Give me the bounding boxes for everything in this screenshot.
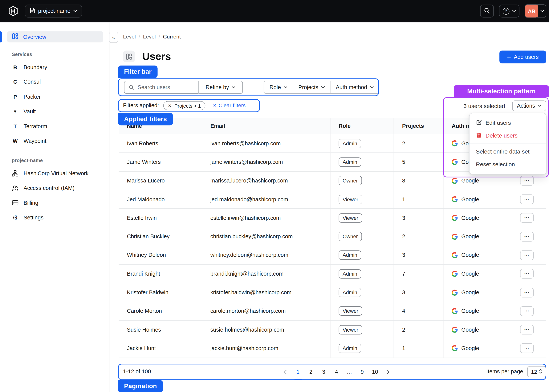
projects-count: 7 xyxy=(394,265,443,283)
projects-count: 3 xyxy=(394,283,443,301)
users-page-icon xyxy=(123,51,135,63)
projects-filter-dropdown[interactable]: Projects xyxy=(292,81,330,93)
role-badge: Admin xyxy=(339,157,361,167)
pagination-page-9[interactable]: 9 xyxy=(357,366,368,378)
row-overflow-menu-button[interactable]: ••• xyxy=(520,251,534,260)
row-overflow-menu-button[interactable]: ••• xyxy=(520,213,534,223)
breadcrumb-link[interactable]: Level xyxy=(123,34,136,40)
hashicorp-logo-icon xyxy=(8,6,19,16)
sidebar-item-packer[interactable]: PPacker xyxy=(0,89,109,104)
add-users-button[interactable]: + Add users xyxy=(499,51,546,63)
items-per-page-select[interactable]: 12 xyxy=(527,366,546,377)
menu-item-select-entire-data-set[interactable]: Select entire data set xyxy=(470,145,546,158)
chevron-down-icon xyxy=(74,10,77,12)
clear-filters-link[interactable]: ✕ Clear filters xyxy=(213,102,246,108)
vault-icon: ▼ xyxy=(12,109,19,114)
pagination-page-10[interactable]: 10 xyxy=(370,366,380,378)
actions-dropdown-button[interactable]: Actions xyxy=(512,100,546,111)
sidebar-item-waypoint[interactable]: WWaypoint xyxy=(0,134,109,149)
pagination-next-button[interactable] xyxy=(383,366,393,378)
user-email: brandi.knight@hashicorp.com xyxy=(202,265,330,283)
actions-menu: Edit users Delete users Select entire da… xyxy=(469,113,547,175)
projects-count: 2 xyxy=(394,227,443,246)
global-search-button[interactable] xyxy=(480,5,494,17)
search-placeholder: Search users xyxy=(138,84,170,91)
role-cell: Admin xyxy=(330,134,394,153)
row-overflow-menu-button[interactable]: ••• xyxy=(520,232,534,241)
user-name: Ivan Roberts xyxy=(119,134,202,153)
applied-filter-chip[interactable]: ✕ Projects > 1 xyxy=(163,101,206,110)
auth-method-cell: Google xyxy=(443,321,508,339)
project-switcher-label: project-name xyxy=(38,8,70,14)
sidebar-collapse-button[interactable]: « xyxy=(109,32,118,43)
iam-icon xyxy=(12,185,19,192)
menu-item-reset-selection[interactable]: Reset selection xyxy=(470,158,546,171)
user-email: marissa.lucero@hashicorp.com xyxy=(202,172,330,190)
role-cell: Admin xyxy=(330,153,394,171)
user-name: Whitney Deleon xyxy=(119,246,202,264)
user-email: estelle.irwin@hashicorp.com xyxy=(202,209,330,227)
chevron-down-icon xyxy=(321,86,325,88)
pagination-page-2[interactable]: 2 xyxy=(306,366,316,378)
role-filter-dropdown[interactable]: Role xyxy=(264,81,292,93)
table-row: Brandi Knightbrandi.knight@hashicorp.com… xyxy=(119,265,546,283)
google-icon xyxy=(452,159,458,165)
row-overflow-menu-button[interactable]: ••• xyxy=(520,269,534,279)
role-badge: Viewer xyxy=(339,325,362,335)
user-name: Marissa Lucero xyxy=(119,172,202,190)
user-name: Jackie Hunt xyxy=(119,339,202,357)
refine-by-dropdown[interactable]: Refine by xyxy=(199,81,243,94)
sidebar-item-settings[interactable]: ⚙Settings xyxy=(0,210,109,225)
billing-icon xyxy=(12,200,19,206)
pagination-page-1[interactable]: 1 xyxy=(292,366,303,378)
google-icon xyxy=(452,289,458,296)
row-overflow-menu-button[interactable]: ••• xyxy=(520,325,534,335)
auth-method-filter-dropdown[interactable]: Auth method xyxy=(330,81,379,93)
row-actions-cell: ••• xyxy=(508,265,546,283)
chevron-down-icon xyxy=(370,86,374,88)
items-per-page-label: Items per page xyxy=(486,368,523,375)
sidebar-item-vault[interactable]: ▼Vault xyxy=(0,104,109,119)
sidebar-item-boundary[interactable]: BBoundary xyxy=(0,60,109,75)
account-menu-button[interactable]: AB xyxy=(525,4,546,18)
document-icon xyxy=(30,7,35,15)
user-email: christian.buckley@hashicorp.com xyxy=(202,227,330,246)
pagination-prev-button[interactable] xyxy=(280,366,291,378)
top-navigation-bar: project-name ? AB xyxy=(0,0,549,22)
projects-count: 2 xyxy=(394,321,443,339)
help-menu-button[interactable]: ? xyxy=(499,5,520,17)
table-row: Susie Holmessusie.holmes@hashicorp.comVi… xyxy=(119,321,546,339)
projects-count: 3 xyxy=(394,209,443,227)
sidebar-item-hvn[interactable]: HashiCorp Virtual Network xyxy=(0,166,109,181)
settings-icon: ⚙ xyxy=(12,214,19,221)
filters-applied-label: Filters applied: xyxy=(123,102,159,109)
sidebar-item-billing[interactable]: Billing xyxy=(0,196,109,210)
row-overflow-menu-button[interactable]: ••• xyxy=(520,195,534,204)
user-email: whitney.deleon@hashicorp.com xyxy=(202,246,330,264)
role-badge: Admin xyxy=(339,251,361,260)
menu-item-delete-users[interactable]: Delete users xyxy=(470,129,546,142)
row-actions-cell: ••• xyxy=(508,283,546,301)
table-row: Jed Maldonadojed.maldonado@hashicorp.com… xyxy=(119,190,546,209)
sidebar-item-iam[interactable]: Access control (IAM) xyxy=(0,181,109,196)
sidebar-item-overview[interactable]: Overview xyxy=(7,31,103,42)
sidebar-item-terraform[interactable]: TTerraform xyxy=(0,119,109,134)
pagination-page-4[interactable]: 4 xyxy=(331,366,342,378)
remove-filter-icon[interactable]: ✕ xyxy=(168,103,171,108)
google-icon xyxy=(452,178,458,184)
pagination-page-3[interactable]: 3 xyxy=(318,366,329,378)
boundary-icon: B xyxy=(12,64,19,70)
sidebar-item-consul[interactable]: CConsul xyxy=(0,75,109,90)
user-name: Brandi Knight xyxy=(119,265,202,283)
row-overflow-menu-button[interactable]: ••• xyxy=(520,344,534,353)
search-input[interactable]: Search users xyxy=(124,81,199,94)
breadcrumb-link[interactable]: Level xyxy=(143,34,156,40)
project-switcher-button[interactable]: project-name xyxy=(25,5,82,17)
menu-item-edit-users[interactable]: Edit users xyxy=(470,117,546,129)
table-row: Kristofer Baldwinkristofer.baldwin@hashi… xyxy=(119,283,546,302)
row-overflow-menu-button[interactable]: ••• xyxy=(520,306,534,316)
row-overflow-menu-button[interactable]: ••• xyxy=(520,176,534,185)
user-name: Jame Winters xyxy=(119,153,202,171)
table-row: Estelle Irwinestelle.irwin@hashicorp.com… xyxy=(119,209,546,227)
row-overflow-menu-button[interactable]: ••• xyxy=(520,288,534,297)
